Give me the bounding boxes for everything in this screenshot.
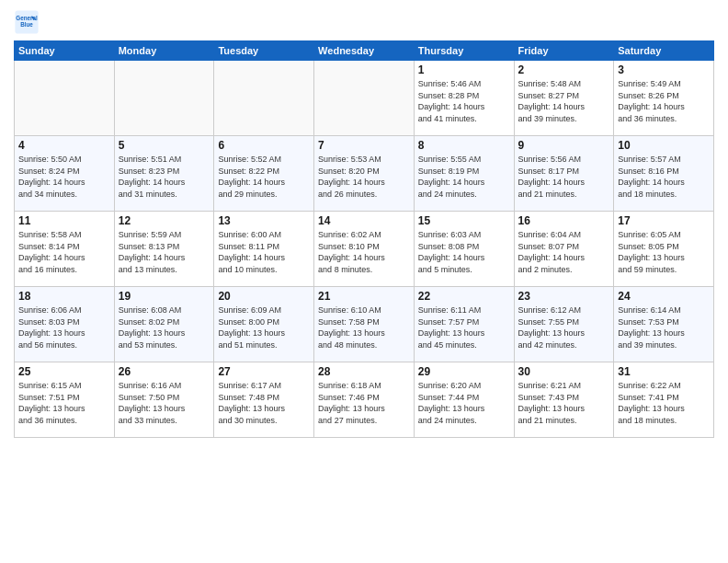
calendar-cell: 22Sunrise: 6:11 AM Sunset: 7:57 PM Dayli…	[414, 287, 514, 362]
day-number: 13	[218, 214, 310, 227]
calendar-cell: 7Sunrise: 5:53 AM Sunset: 8:20 PM Daylig…	[314, 136, 415, 212]
calendar-cell: 2Sunrise: 5:48 AM Sunset: 8:27 PM Daylig…	[514, 61, 614, 136]
day-number: 4	[18, 139, 110, 152]
day-info: Sunrise: 6:08 AM Sunset: 8:02 PM Dayligh…	[119, 304, 210, 350]
day-number: 26	[119, 365, 210, 378]
day-info: Sunrise: 5:58 AM Sunset: 8:14 PM Dayligh…	[18, 229, 110, 275]
day-info: Sunrise: 5:57 AM Sunset: 8:16 PM Dayligh…	[618, 154, 710, 200]
day-info: Sunrise: 6:06 AM Sunset: 8:03 PM Dayligh…	[18, 304, 110, 350]
day-number: 29	[418, 365, 510, 378]
day-info: Sunrise: 6:15 AM Sunset: 7:51 PM Dayligh…	[18, 380, 110, 426]
calendar-cell: 11Sunrise: 5:58 AM Sunset: 8:14 PM Dayli…	[15, 212, 115, 287]
calendar-cell: 28Sunrise: 6:18 AM Sunset: 7:46 PM Dayli…	[314, 362, 415, 438]
calendar-cell	[314, 61, 415, 136]
day-info: Sunrise: 6:20 AM Sunset: 7:44 PM Dayligh…	[418, 380, 510, 426]
calendar-cell: 30Sunrise: 6:21 AM Sunset: 7:43 PM Dayli…	[514, 362, 614, 438]
calendar-cell: 8Sunrise: 5:55 AM Sunset: 8:19 PM Daylig…	[414, 136, 514, 212]
day-info: Sunrise: 6:03 AM Sunset: 8:08 PM Dayligh…	[418, 229, 510, 275]
svg-text:Blue: Blue	[20, 21, 33, 28]
day-info: Sunrise: 6:05 AM Sunset: 8:05 PM Dayligh…	[618, 229, 710, 275]
day-number: 27	[218, 365, 310, 378]
svg-text:General: General	[16, 15, 38, 21]
day-number: 15	[418, 214, 510, 227]
header-section: General Blue	[14, 9, 714, 35]
day-info: Sunrise: 6:14 AM Sunset: 7:53 PM Dayligh…	[618, 304, 710, 350]
calendar-cell	[114, 61, 214, 136]
calendar-cell: 31Sunrise: 6:22 AM Sunset: 7:41 PM Dayli…	[614, 362, 714, 438]
day-number: 19	[119, 290, 210, 303]
calendar-cell: 14Sunrise: 6:02 AM Sunset: 8:10 PM Dayli…	[314, 212, 415, 287]
day-info: Sunrise: 5:55 AM Sunset: 8:19 PM Dayligh…	[418, 154, 510, 200]
day-number: 7	[318, 139, 410, 152]
day-number: 18	[18, 290, 110, 303]
day-info: Sunrise: 6:17 AM Sunset: 7:48 PM Dayligh…	[218, 380, 310, 426]
day-number: 2	[518, 63, 610, 76]
calendar-cell: 5Sunrise: 5:51 AM Sunset: 8:23 PM Daylig…	[114, 136, 214, 212]
day-info: Sunrise: 6:02 AM Sunset: 8:10 PM Dayligh…	[318, 229, 410, 275]
day-info: Sunrise: 5:53 AM Sunset: 8:20 PM Dayligh…	[318, 154, 410, 200]
day-info: Sunrise: 6:21 AM Sunset: 7:43 PM Dayligh…	[518, 380, 610, 426]
calendar-cell: 23Sunrise: 6:12 AM Sunset: 7:55 PM Dayli…	[514, 287, 614, 362]
day-info: Sunrise: 5:49 AM Sunset: 8:26 PM Dayligh…	[618, 78, 710, 124]
day-info: Sunrise: 6:04 AM Sunset: 8:07 PM Dayligh…	[518, 229, 610, 275]
calendar-week-row: 18Sunrise: 6:06 AM Sunset: 8:03 PM Dayli…	[15, 287, 714, 362]
day-info: Sunrise: 6:11 AM Sunset: 7:57 PM Dayligh…	[418, 304, 510, 350]
day-number: 31	[618, 365, 710, 378]
calendar-cell: 19Sunrise: 6:08 AM Sunset: 8:02 PM Dayli…	[114, 287, 214, 362]
calendar-cell: 15Sunrise: 6:03 AM Sunset: 8:08 PM Dayli…	[414, 212, 514, 287]
day-info: Sunrise: 6:10 AM Sunset: 7:58 PM Dayligh…	[318, 304, 410, 350]
day-number: 28	[318, 365, 410, 378]
day-info: Sunrise: 5:48 AM Sunset: 8:27 PM Dayligh…	[518, 78, 610, 124]
weekday-header: Saturday	[614, 41, 714, 61]
weekday-header: Monday	[114, 41, 214, 61]
day-info: Sunrise: 5:52 AM Sunset: 8:22 PM Dayligh…	[218, 154, 310, 200]
day-number: 9	[518, 139, 610, 152]
day-info: Sunrise: 5:51 AM Sunset: 8:23 PM Dayligh…	[119, 154, 210, 200]
logo: General Blue	[14, 9, 43, 35]
calendar-cell: 3Sunrise: 5:49 AM Sunset: 8:26 PM Daylig…	[614, 61, 714, 136]
calendar-header: SundayMondayTuesdayWednesdayThursdayFrid…	[15, 41, 714, 61]
calendar-cell: 18Sunrise: 6:06 AM Sunset: 8:03 PM Dayli…	[15, 287, 115, 362]
calendar-cell: 6Sunrise: 5:52 AM Sunset: 8:22 PM Daylig…	[214, 136, 314, 212]
calendar-cell: 9Sunrise: 5:56 AM Sunset: 8:17 PM Daylig…	[514, 136, 614, 212]
day-number: 20	[218, 290, 310, 303]
calendar-cell: 12Sunrise: 5:59 AM Sunset: 8:13 PM Dayli…	[114, 212, 214, 287]
calendar-cell: 1Sunrise: 5:46 AM Sunset: 8:28 PM Daylig…	[414, 61, 514, 136]
day-number: 12	[119, 214, 210, 227]
day-info: Sunrise: 5:56 AM Sunset: 8:17 PM Dayligh…	[518, 154, 610, 200]
calendar-cell	[15, 61, 115, 136]
calendar-cell: 27Sunrise: 6:17 AM Sunset: 7:48 PM Dayli…	[214, 362, 314, 438]
day-number: 25	[18, 365, 110, 378]
day-number: 8	[418, 139, 510, 152]
day-number: 3	[618, 63, 710, 76]
page: General Blue SundayMondayTuesdayWednesda…	[0, 0, 728, 447]
day-info: Sunrise: 5:59 AM Sunset: 8:13 PM Dayligh…	[119, 229, 210, 275]
day-number: 24	[618, 290, 710, 303]
calendar-cell: 25Sunrise: 6:15 AM Sunset: 7:51 PM Dayli…	[15, 362, 115, 438]
calendar-cell: 10Sunrise: 5:57 AM Sunset: 8:16 PM Dayli…	[614, 136, 714, 212]
weekday-header: Sunday	[15, 41, 115, 61]
day-number: 5	[119, 139, 210, 152]
day-number: 16	[518, 214, 610, 227]
weekday-row: SundayMondayTuesdayWednesdayThursdayFrid…	[15, 41, 714, 61]
calendar-cell: 24Sunrise: 6:14 AM Sunset: 7:53 PM Dayli…	[614, 287, 714, 362]
calendar-body: 1Sunrise: 5:46 AM Sunset: 8:28 PM Daylig…	[15, 61, 714, 438]
day-number: 23	[518, 290, 610, 303]
calendar-cell	[214, 61, 314, 136]
weekday-header: Friday	[514, 41, 614, 61]
logo-icon: General Blue	[14, 9, 40, 35]
day-number: 6	[218, 139, 310, 152]
day-info: Sunrise: 6:16 AM Sunset: 7:50 PM Dayligh…	[119, 380, 210, 426]
day-info: Sunrise: 6:22 AM Sunset: 7:41 PM Dayligh…	[618, 380, 710, 426]
weekday-header: Thursday	[414, 41, 514, 61]
calendar-cell: 17Sunrise: 6:05 AM Sunset: 8:05 PM Dayli…	[614, 212, 714, 287]
day-info: Sunrise: 6:12 AM Sunset: 7:55 PM Dayligh…	[518, 304, 610, 350]
calendar-week-row: 25Sunrise: 6:15 AM Sunset: 7:51 PM Dayli…	[15, 362, 714, 438]
day-number: 21	[318, 290, 410, 303]
day-info: Sunrise: 5:50 AM Sunset: 8:24 PM Dayligh…	[18, 154, 110, 200]
day-number: 10	[618, 139, 710, 152]
calendar-cell: 21Sunrise: 6:10 AM Sunset: 7:58 PM Dayli…	[314, 287, 415, 362]
day-number: 14	[318, 214, 410, 227]
day-info: Sunrise: 6:18 AM Sunset: 7:46 PM Dayligh…	[318, 380, 410, 426]
day-number: 17	[618, 214, 710, 227]
